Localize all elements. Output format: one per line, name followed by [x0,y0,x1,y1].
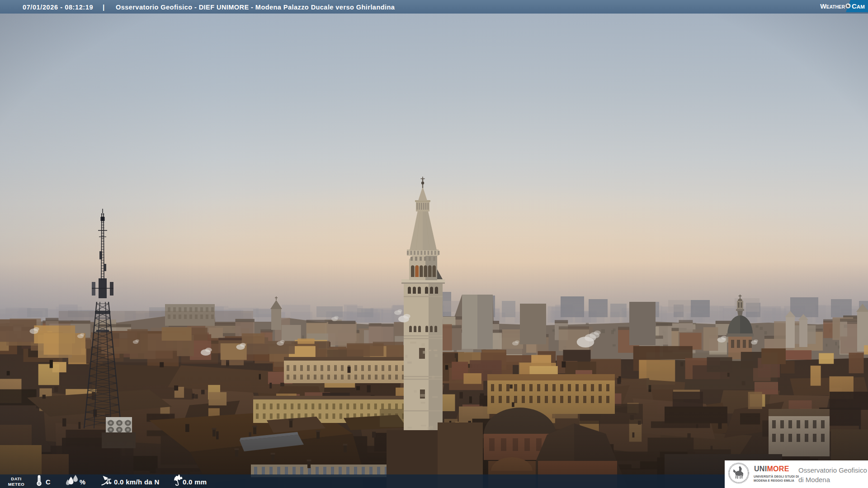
svg-text:MODENA E REGGIO EMILIA: MODENA E REGGIO EMILIA [754,479,794,482]
svg-text:07/01/2026 - 08:12:19: 07/01/2026 - 08:12:19 [23,4,93,11]
svg-text:0.0 km/h da N: 0.0 km/h da N [114,478,160,486]
svg-text:UNIVERSITÀ DEGLI STUDI DI: UNIVERSITÀ DEGLI STUDI DI [754,474,799,478]
svg-text:Osservatorio Geofisico: Osservatorio Geofisico [798,466,867,474]
svg-text:METEO: METEO [8,482,24,487]
svg-text:Osservatorio Geofisico - DIEF: Osservatorio Geofisico - DIEF UNIMORE - … [116,4,395,11]
svg-text:DATI: DATI [11,476,21,481]
svg-text:C: C [46,479,51,486]
svg-text:%: % [80,479,85,486]
svg-text:di Modena: di Modena [798,476,830,483]
svg-text:UNIMORE: UNIMORE [754,465,789,473]
svg-text:|: | [103,3,104,11]
svg-text:0.0 mm: 0.0 mm [183,478,207,486]
